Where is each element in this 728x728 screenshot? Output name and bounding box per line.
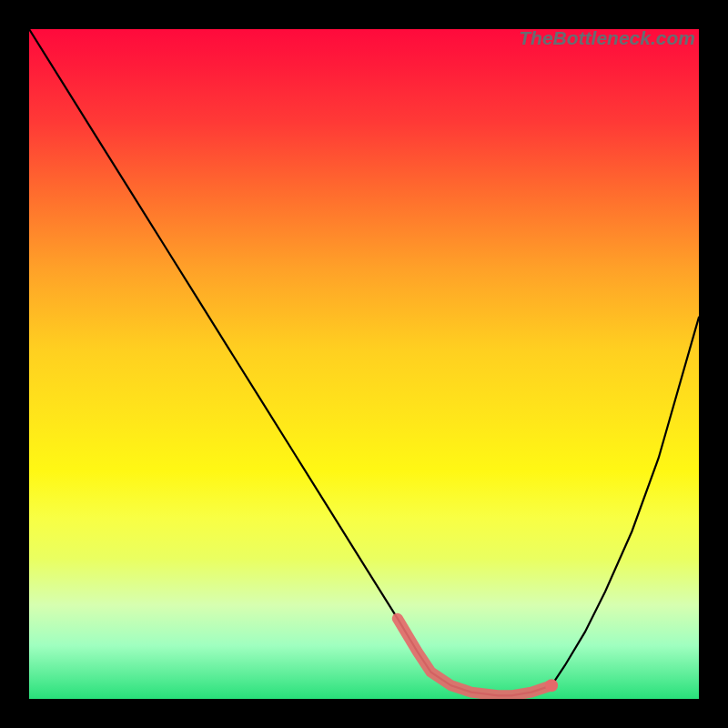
attribution-label: TheBottleneck.com (519, 27, 695, 49)
highlight-marker (545, 679, 558, 692)
highlight-band (398, 619, 551, 696)
chart-svg (29, 29, 699, 699)
gradient-plot (29, 29, 699, 699)
bottleneck-curve (29, 29, 699, 695)
